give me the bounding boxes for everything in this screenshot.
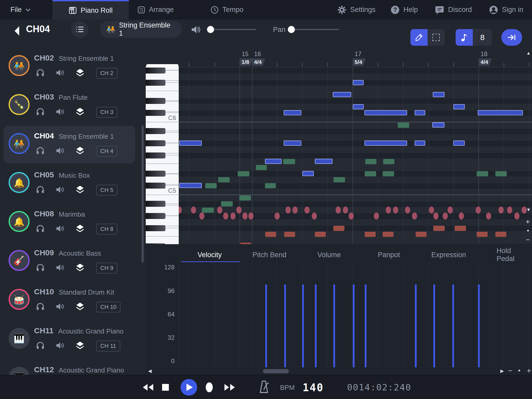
layers-icon[interactable] (76, 342, 84, 350)
note-selected-channel[interactable] (415, 110, 425, 115)
time-signature-tag[interactable]: 4/4 (252, 58, 265, 66)
zoom-reset-icon[interactable]: ● (527, 228, 529, 232)
solo-headphones-icon[interactable] (36, 108, 44, 117)
layers-icon[interactable] (76, 264, 84, 272)
velocity-bar[interactable] (315, 284, 317, 367)
note-selected-channel[interactable] (415, 141, 425, 146)
pan-slider-knob[interactable] (288, 26, 295, 33)
note-selected-channel[interactable] (265, 159, 282, 164)
solo-headphones-icon[interactable] (36, 186, 44, 195)
note-selected-channel[interactable] (353, 104, 364, 109)
solo-headphones-icon[interactable] (36, 342, 44, 350)
solo-headphones-icon[interactable] (36, 303, 44, 311)
channel-item-ch04[interactable]: 🧑‍🤝‍🧑CH04String Ensemble 1CH 4 (0, 127, 145, 166)
note-selected-channel[interactable] (453, 104, 465, 109)
black-key[interactable] (146, 152, 165, 158)
note-selected-channel[interactable] (284, 110, 301, 115)
scroll-up-icon[interactable]: ▲ (526, 51, 531, 56)
scroll-right-icon[interactable]: ▶ (500, 368, 504, 374)
black-key[interactable] (146, 80, 165, 86)
go-to-end-button[interactable] (501, 29, 522, 46)
mute-speaker-icon[interactable] (56, 147, 64, 155)
note-selected-channel[interactable] (284, 141, 301, 146)
bpm-value[interactable]: 140 (303, 382, 324, 394)
velocity-bar[interactable] (353, 284, 355, 367)
pan-slider[interactable] (288, 29, 339, 30)
note-length-value[interactable]: 8 (473, 29, 492, 46)
tab-tempo[interactable]: Tempo (210, 0, 243, 19)
mute-speaker-icon[interactable] (56, 225, 64, 233)
mute-speaker-icon[interactable] (56, 108, 64, 116)
layers-icon[interactable] (76, 108, 84, 117)
piano-keyboard[interactable]: C6C5 (146, 66, 179, 244)
back-icon[interactable] (14, 26, 20, 36)
play-button[interactable] (181, 379, 197, 396)
note-selected-channel[interactable] (364, 141, 407, 146)
layers-icon[interactable] (76, 69, 84, 78)
mute-speaker-icon[interactable] (56, 303, 64, 311)
note-selected-channel[interactable] (433, 92, 444, 97)
solo-headphones-icon[interactable] (36, 225, 44, 234)
black-key[interactable] (146, 128, 165, 134)
solo-headphones-icon[interactable] (36, 264, 44, 272)
zoom-in-icon[interactable]: + (526, 218, 530, 226)
horizontal-scrollbar-thumb[interactable] (263, 369, 289, 373)
channel-item-ch03[interactable]: 🍾CH03Pan FluteCH 3 (0, 88, 145, 127)
layers-icon[interactable] (76, 186, 84, 195)
velocity-bar[interactable] (333, 284, 335, 367)
note-selected-channel[interactable] (333, 92, 351, 97)
velocity-bar[interactable] (478, 284, 480, 367)
velocity-bar[interactable] (265, 284, 267, 367)
channel-list-button[interactable] (71, 21, 88, 38)
channel-item-ch10[interactable]: 🥁CH10Standard Drum KitCH 10 (0, 283, 145, 322)
controller-tab-velocity[interactable]: Velocity (197, 247, 222, 263)
black-key[interactable] (146, 68, 165, 74)
black-key[interactable] (146, 98, 165, 104)
note-selected-channel[interactable] (453, 141, 465, 146)
note-selected-channel[interactable] (179, 183, 202, 188)
time-signature-tag[interactable]: 4/4 (478, 58, 492, 66)
stop-button[interactable] (162, 384, 169, 391)
time-signature-tag[interactable]: 5/4 (353, 58, 366, 66)
metronome-button[interactable] (259, 380, 270, 394)
layers-icon[interactable] (76, 303, 84, 311)
time-signature-tag[interactable]: 1/8 (240, 58, 253, 66)
velocity-bar[interactable] (365, 284, 367, 367)
channel-item-ch08[interactable]: 🔔CH08MarimbaCH 8 (0, 205, 145, 244)
velocity-bar[interactable] (415, 284, 417, 367)
channel-item-ch09[interactable]: 🎸CH09Acoustic BassCH 9 (0, 244, 145, 283)
mute-speaker-icon[interactable] (56, 342, 64, 350)
black-key[interactable] (146, 201, 165, 207)
controller-tab-expression[interactable]: Expression (431, 247, 466, 263)
note-selected-channel[interactable] (302, 171, 314, 176)
fast-forward-button[interactable] (224, 383, 235, 391)
note-grid[interactable] (179, 66, 532, 244)
black-key[interactable] (146, 140, 165, 146)
black-key[interactable] (146, 183, 165, 189)
controller-tab-pitch-bend[interactable]: Pitch Bend (252, 247, 287, 263)
h-zoom-in-icon[interactable]: + (527, 367, 531, 375)
channel-item-ch05[interactable]: 🔔CH05Music BoxCH 5 (0, 166, 145, 205)
black-key[interactable] (146, 213, 165, 219)
solo-headphones-icon[interactable] (36, 69, 44, 78)
note-selected-channel[interactable] (315, 159, 332, 164)
mute-speaker-icon[interactable] (56, 186, 64, 194)
pencil-tool-button[interactable] (410, 29, 428, 46)
channel-list-scrollbar[interactable] (142, 125, 144, 263)
timeline-ruler[interactable]: 151/8164/4175/4184/4 (146, 49, 532, 66)
tab-piano-roll[interactable]: Piano Roll (52, 0, 129, 19)
tab-arrange[interactable]: Arrange (137, 0, 174, 19)
controller-tab-hold-pedal[interactable]: Hold Pedal (497, 247, 520, 263)
note-selected-channel[interactable] (353, 80, 364, 85)
rewind-button[interactable] (142, 383, 154, 391)
channel-item-ch02[interactable]: 🧑‍🤝‍🧑CH02String Ensemble 1CH 2 (0, 49, 145, 88)
discord-button[interactable]: Discord (435, 0, 472, 19)
scroll-left-icon[interactable]: ◀ (148, 368, 152, 374)
file-menu[interactable]: File (10, 0, 31, 19)
note-selected-channel[interactable] (432, 122, 444, 128)
sign-in-button[interactable]: Sign in (489, 0, 523, 19)
layers-icon[interactable] (76, 225, 84, 234)
instrument-selector[interactable]: 🧑‍🤝‍🧑 String Ensemble 1 (100, 21, 182, 38)
velocity-bar[interactable] (452, 284, 454, 367)
select-tool-button[interactable] (428, 29, 445, 46)
